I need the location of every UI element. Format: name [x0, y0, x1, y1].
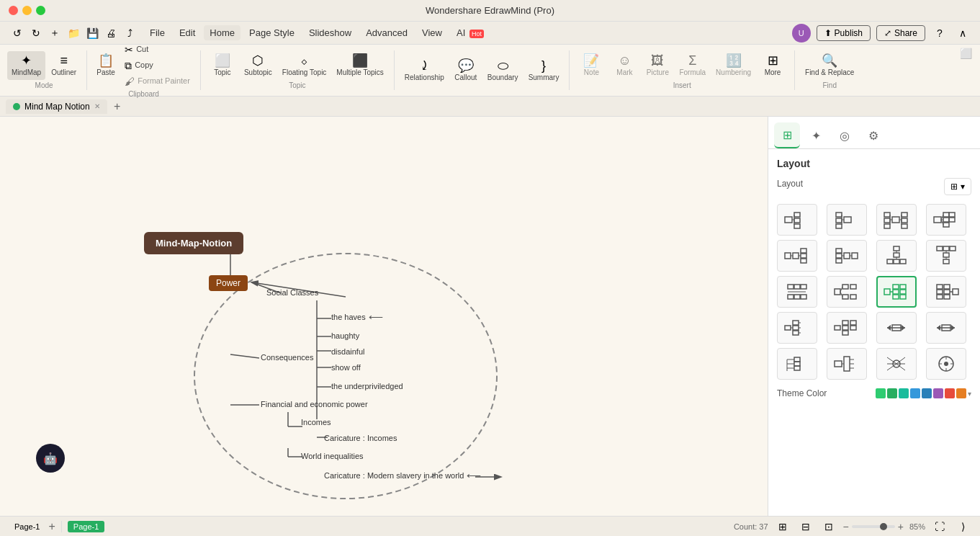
subtopic-button[interactable]: ⬡ Subtopic	[240, 51, 277, 80]
layout-option-6[interactable]	[827, 240, 867, 272]
expand-toolbar-button[interactable]: ⬜	[957, 45, 974, 62]
callout-button[interactable]: 💬 Callout	[450, 56, 482, 85]
node-haughty[interactable]: haughty	[331, 331, 359, 340]
minimize-btn[interactable]	[22, 6, 32, 15]
print-button[interactable]: 🖨	[102, 24, 120, 42]
layout-option-16[interactable]	[926, 312, 966, 344]
save-button[interactable]: 💾	[84, 24, 101, 42]
paste-button[interactable]: 📋 Paste	[93, 43, 119, 89]
layout-option-8[interactable]	[926, 240, 966, 272]
menu-ai[interactable]: AI Hot	[451, 25, 490, 40]
view-toggle-button[interactable]: ⊟	[797, 518, 814, 535]
color-dropdown-button[interactable]: ▾	[968, 390, 971, 398]
close-btn[interactable]	[9, 6, 18, 15]
layout-option-11[interactable]	[876, 276, 917, 308]
new-button[interactable]: ＋	[46, 24, 63, 42]
formula-button[interactable]: Σ Formula	[675, 51, 710, 80]
node-consequences[interactable]: Consequences	[261, 353, 313, 362]
layout-option-13[interactable]	[777, 312, 817, 344]
page-1-inactive[interactable]: Page-1	[9, 521, 45, 532]
multi-board-button[interactable]: ⊞	[774, 518, 791, 535]
node-caricature-incomes[interactable]: Caricature : Incomes	[324, 434, 397, 442]
undo-button[interactable]: ↺	[9, 24, 26, 42]
panel-tab-settings[interactable]: ⚙	[860, 122, 886, 148]
node-root[interactable]: Mind-Map-Notion	[144, 232, 243, 254]
zoom-plus-button[interactable]: +	[898, 521, 904, 532]
layout-option-20[interactable]	[926, 348, 966, 380]
color-swatch-3[interactable]	[899, 388, 909, 398]
color-swatch-2[interactable]	[887, 388, 897, 398]
floating-topic-button[interactable]: ⬦ Floating Topic	[278, 51, 331, 80]
page-1-active[interactable]: Page-1	[68, 521, 104, 532]
layout-option-1[interactable]	[777, 204, 817, 236]
menu-edit[interactable]: Edit	[174, 25, 201, 40]
help-button[interactable]: ?	[931, 24, 948, 42]
panel-tab-location[interactable]: ◎	[832, 122, 858, 148]
publish-button[interactable]: ⬆ Publish	[817, 25, 871, 41]
node-the-haves[interactable]: the haves ⟵	[331, 311, 383, 323]
color-swatch-5[interactable]	[922, 388, 932, 398]
panel-tab-style[interactable]: ✦	[803, 122, 829, 148]
menu-file[interactable]: File	[144, 25, 171, 40]
redo-button[interactable]: ↻	[27, 24, 45, 42]
color-swatch-8[interactable]	[956, 388, 966, 398]
picture-button[interactable]: 🖼 Picture	[642, 51, 673, 80]
multiple-topics-button[interactable]: ⬛ Multiple Topics	[332, 51, 387, 80]
format-painter-button[interactable]: 🖌 Format Painter	[120, 74, 194, 89]
node-show-off[interactable]: show off	[331, 363, 361, 372]
note-button[interactable]: 📝 Note	[575, 51, 607, 80]
panel-tab-layout[interactable]: ⊞	[774, 122, 800, 148]
menu-advanced[interactable]: Advanced	[360, 25, 413, 40]
layout-option-2[interactable]	[827, 204, 867, 236]
node-social-classes[interactable]: Social Classes	[266, 288, 318, 297]
layout-option-15[interactable]	[876, 312, 917, 344]
zoom-minus-button[interactable]: −	[843, 521, 849, 532]
tab-mindmap-notion[interactable]: Mind Map Notion ✕	[6, 99, 107, 114]
boundary-button[interactable]: ⬭ Boundary	[483, 56, 523, 85]
outliner-button[interactable]: ≡ Outliner	[47, 51, 81, 80]
color-swatch-1[interactable]	[876, 388, 886, 398]
color-swatch-6[interactable]	[933, 388, 943, 398]
layout-option-18[interactable]	[827, 348, 867, 380]
cut-button[interactable]: ✂ Cut	[120, 43, 194, 57]
layout-option-7[interactable]	[876, 240, 917, 272]
layout-option-14[interactable]	[827, 312, 867, 344]
layout-option-4[interactable]	[926, 204, 966, 236]
node-caricature-modern[interactable]: Caricature : Modern slavery in the world…	[324, 470, 481, 481]
user-avatar[interactable]: U	[792, 24, 811, 43]
menu-home[interactable]: Home	[204, 25, 240, 40]
node-disdainful[interactable]: disdainful	[331, 347, 364, 356]
node-financial[interactable]: Financial and economic power	[261, 400, 368, 408]
relationship-button[interactable]: ⤸ Relationship	[400, 56, 449, 85]
numbering-button[interactable]: 🔢 Numbering	[711, 51, 755, 80]
more-button[interactable]: ⊞ More	[757, 51, 788, 80]
canvas[interactable]: Mind-Map-Notion Power Social Classes the…	[0, 117, 768, 516]
fit-screen-button[interactable]: ⊡	[820, 518, 837, 535]
share-button[interactable]: ⤢ Share	[876, 25, 925, 41]
layout-option-9[interactable]	[777, 276, 817, 308]
topic-button[interactable]: ⬜ Topic	[207, 51, 238, 80]
fullscreen-button[interactable]: ⛶	[931, 518, 948, 535]
menu-pagestyle[interactable]: Page Style	[243, 25, 300, 40]
layout-option-19[interactable]	[876, 348, 917, 380]
maximize-btn[interactable]	[36, 6, 45, 15]
tab-close-button[interactable]: ✕	[94, 102, 100, 110]
layout-option-3[interactable]	[876, 204, 917, 236]
collapse-button[interactable]: ∧	[954, 24, 971, 42]
mark-button[interactable]: ☺ Mark	[608, 51, 640, 80]
layout-option-12[interactable]	[926, 276, 966, 308]
layout-option-17[interactable]	[777, 348, 817, 380]
find-replace-button[interactable]: 🔍 Find & Replace	[801, 51, 858, 80]
menu-view[interactable]: View	[416, 25, 448, 40]
export-button[interactable]: ⤴	[121, 24, 138, 42]
color-swatch-7[interactable]	[945, 388, 955, 398]
add-tab-button[interactable]: +	[110, 99, 125, 114]
layout-select-dropdown[interactable]: ⊞ ▾	[944, 178, 971, 195]
layout-option-10[interactable]	[827, 276, 867, 308]
collapse-panel-button[interactable]: ⟩	[954, 518, 971, 535]
node-world-inequalities[interactable]: World inequalities	[301, 452, 364, 460]
add-page-button[interactable]: +	[48, 520, 55, 533]
menu-slideshow[interactable]: Slideshow	[303, 25, 357, 40]
mindmap-button[interactable]: ✦ MindMap	[7, 51, 45, 80]
summary-button[interactable]: } Summary	[524, 56, 564, 85]
